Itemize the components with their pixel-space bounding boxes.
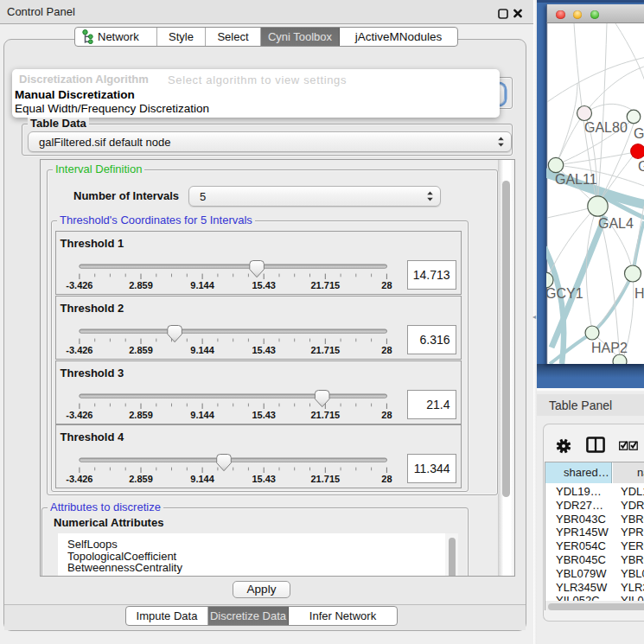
svg-text:GAL11: GAL11 [555, 172, 597, 187]
svg-text:GA: GA [634, 126, 644, 141]
svg-text:GCY1: GCY1 [546, 286, 583, 301]
svg-text:H: H [634, 286, 644, 301]
svg-text:GAL4: GAL4 [598, 216, 634, 231]
svg-text:GAL80: GAL80 [584, 120, 628, 135]
svg-text:G: G [638, 159, 644, 174]
svg-text:HAP2: HAP2 [591, 341, 628, 355]
